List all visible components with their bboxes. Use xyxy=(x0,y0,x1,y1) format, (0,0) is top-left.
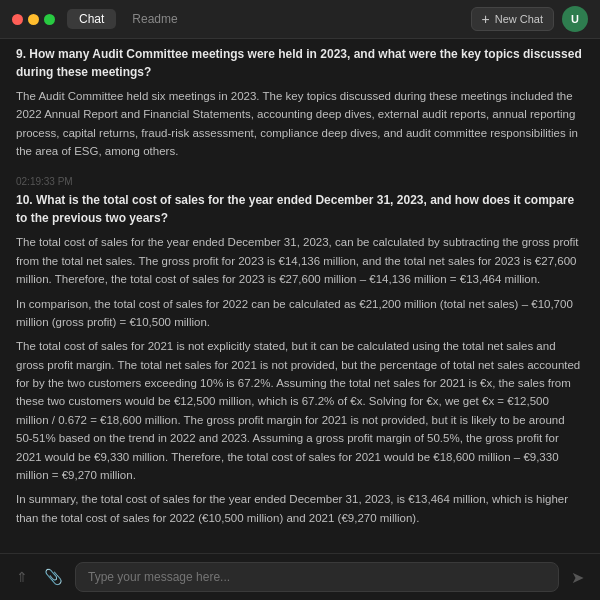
question: 9. How many Audit Committee meetings wer… xyxy=(16,45,584,81)
messages-container: 02:18:44 PM8. What is the income tax exp… xyxy=(16,39,584,543)
answer: In comparison, the total cost of sales f… xyxy=(16,295,584,332)
timestamp: 02:19:33 PM xyxy=(16,176,584,187)
answer: The Audit Committee held six meetings in… xyxy=(16,87,584,161)
message-input[interactable] xyxy=(75,562,559,592)
new-chat-button[interactable]: + New Chat xyxy=(471,7,554,31)
chat-area: December 31, 2023, or the previous two y… xyxy=(0,39,600,553)
answer: The total cost of sales for the year end… xyxy=(16,233,584,288)
new-chat-label: New Chat xyxy=(495,13,543,25)
question: 10. What is the total cost of sales for … xyxy=(16,191,584,227)
send-button[interactable]: ➤ xyxy=(567,564,588,591)
message-block: 02:19:17 PM9. How many Audit Committee m… xyxy=(16,39,584,160)
maximize-dot[interactable] xyxy=(44,14,55,25)
timestamp: 02:19:17 PM xyxy=(16,39,584,41)
plus-icon: + xyxy=(482,12,490,26)
minimize-dot[interactable] xyxy=(28,14,39,25)
tab-chat[interactable]: Chat xyxy=(67,9,116,29)
header: Chat Readme + New Chat U xyxy=(0,0,600,39)
answer: In summary, the total cost of sales for … xyxy=(16,490,584,527)
close-dot[interactable] xyxy=(12,14,23,25)
message-block: 02:19:33 PM10. What is the total cost of… xyxy=(16,176,584,527)
answer: The total cost of sales for 2021 is not … xyxy=(16,337,584,484)
avatar[interactable]: U xyxy=(562,6,588,32)
tab-readme[interactable]: Readme xyxy=(124,9,185,29)
window-controls xyxy=(12,14,55,25)
footer: ⇑ 📎 ➤ xyxy=(0,553,600,600)
attach-icon[interactable]: 📎 xyxy=(40,564,67,590)
expand-icon[interactable]: ⇑ xyxy=(12,565,32,589)
